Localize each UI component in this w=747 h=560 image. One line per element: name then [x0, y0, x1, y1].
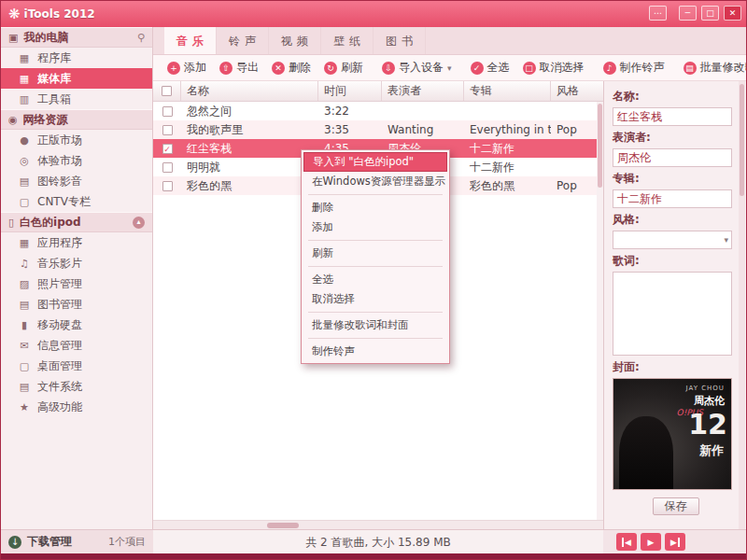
- sidebar-item-cntv-column[interactable]: ▢ CNTV专栏: [1, 191, 152, 212]
- menu-item-import-to-device[interactable]: 导入到 "白色的ipod": [303, 152, 447, 172]
- deselect-button[interactable]: □ 取消选择: [516, 58, 591, 78]
- button-label: 批量修改歌词和封面: [700, 60, 747, 76]
- sidebar-section-my-computer: ▣ 我的电脑 ⚲: [1, 27, 152, 48]
- table-row[interactable]: 我的歌声里 3:35 Wanting Everything in the... …: [153, 120, 603, 139]
- save-button[interactable]: 保存: [653, 497, 699, 515]
- column-genre[interactable]: 风格: [551, 81, 603, 101]
- album-cover: JAY CHOU 周杰伦 O!PUS 12 新作: [613, 378, 732, 490]
- download-count: 1个项目: [108, 535, 146, 549]
- row-checkbox[interactable]: [162, 125, 173, 135]
- import-to-device-button[interactable]: ⇩ 导入设备 ▾: [375, 58, 458, 78]
- scrollbar-thumb[interactable]: [267, 523, 299, 528]
- menu-item-select-all[interactable]: 全选: [303, 270, 447, 289]
- add-button[interactable]: + 添加: [161, 58, 213, 78]
- sidebar-item-music-video[interactable]: ♫ 音乐影片: [1, 253, 152, 273]
- minimize-button[interactable]: ─: [679, 6, 697, 21]
- sidebar-item-program-library[interactable]: ▦ 程序库: [1, 48, 152, 68]
- tab-books[interactable]: 图书: [374, 27, 426, 54]
- tab-ringtones[interactable]: 铃声: [217, 27, 269, 54]
- eject-icon[interactable]: ▴: [133, 217, 145, 229]
- row-checkbox[interactable]: [162, 162, 173, 173]
- sidebar-item-advanced-features[interactable]: ★ 高级功能: [1, 397, 152, 417]
- song-album: 十二新作: [464, 158, 551, 176]
- menu-item-show-in-explorer[interactable]: 在Windows资源管理器显示: [303, 172, 447, 191]
- sidebar-item-file-system[interactable]: ▤ 文件系统: [1, 376, 152, 397]
- table-vertical-scrollbar[interactable]: [597, 102, 603, 520]
- make-ringtone-button[interactable]: ♪ 制作铃声: [597, 58, 671, 78]
- scrollbar-thumb[interactable]: [598, 104, 602, 188]
- menu-item-deselect[interactable]: 取消选择: [303, 289, 447, 309]
- next-icon: ▶: [670, 538, 680, 547]
- close-button[interactable]: ✕: [724, 6, 741, 21]
- menu-item-batch-edit-lyrics-cover[interactable]: 批量修改歌词和封面: [303, 315, 447, 335]
- select-all-checkbox[interactable]: [162, 86, 172, 96]
- previous-track-button[interactable]: ◀: [616, 533, 637, 551]
- tab-music[interactable]: 音乐: [164, 27, 217, 54]
- sidebar-item-genuine-market[interactable]: ● 正版市场: [1, 130, 152, 150]
- lyrics-textarea[interactable]: [613, 272, 732, 356]
- table-row[interactable]: 忽然之间 3:22: [153, 102, 603, 120]
- section-title: 我的电脑: [23, 30, 68, 46]
- sidebar-item-desktop-management[interactable]: ▢ 桌面管理: [1, 356, 152, 376]
- sidebar-item-applications[interactable]: ▦ 应用程序: [1, 232, 152, 253]
- scrollbar-thumb[interactable]: [740, 84, 744, 196]
- sidebar-item-info-management[interactable]: ✉ 信息管理: [1, 335, 152, 356]
- status-bar: 共 2 首歌曲, 大小 15.89 MB: [153, 529, 603, 553]
- genre-dropdown[interactable]: ▾: [613, 231, 732, 249]
- row-checkbox[interactable]: [162, 181, 173, 191]
- sidebar-item-label: 媒体库: [37, 71, 71, 87]
- song-genre: Pop: [551, 176, 603, 195]
- next-track-button[interactable]: ▶: [665, 533, 685, 551]
- button-label: 删除: [289, 60, 311, 76]
- button-label: 刷新: [341, 60, 363, 76]
- row-checkbox[interactable]: [162, 106, 173, 117]
- delete-button[interactable]: ✕ 删除: [265, 58, 317, 78]
- pin-icon[interactable]: ⚲: [137, 32, 145, 44]
- maximize-button[interactable]: □: [701, 6, 719, 21]
- column-artist[interactable]: 表演者: [382, 81, 464, 101]
- artist-field[interactable]: 周杰伦: [613, 148, 732, 167]
- feedback-icon[interactable]: ⋯: [649, 6, 667, 21]
- menu-item-delete[interactable]: 删除: [303, 198, 447, 217]
- column-time[interactable]: 时间: [318, 81, 382, 101]
- song-album: 彩色的黑: [464, 176, 551, 195]
- network-icon: ◉: [8, 114, 18, 126]
- export-button[interactable]: ⇧ 导出: [213, 58, 265, 78]
- tab-wallpaper[interactable]: 壁纸: [321, 27, 374, 54]
- sidebar-item-media-ringtones[interactable]: ▤ 图铃影音: [1, 171, 152, 191]
- desktop-icon: ▢: [18, 360, 31, 372]
- song-name: 红尘客栈: [181, 139, 318, 158]
- menu-item-add[interactable]: 添加: [303, 217, 447, 237]
- sidebar-item-media-library[interactable]: ▦ 媒体库: [1, 68, 152, 89]
- sidebar-item-experience-market[interactable]: ◎ 体验市场: [1, 150, 152, 171]
- chevron-down-icon[interactable]: ▾: [447, 63, 452, 73]
- grid-icon: ▦: [18, 73, 31, 85]
- table-horizontal-scrollbar[interactable]: [153, 520, 603, 529]
- player-controls: ◀ ▶ ▶: [603, 529, 747, 553]
- tab-video[interactable]: 视频: [269, 27, 321, 54]
- sidebar-item-toolbox[interactable]: ▥ 工具箱: [1, 89, 152, 109]
- details-vertical-scrollbar[interactable]: [739, 81, 745, 529]
- menu-item-make-ringtone[interactable]: 制作铃声: [303, 342, 447, 361]
- sidebar-item-book-management[interactable]: ▤ 图书管理: [1, 294, 152, 315]
- cover-artist-text: 周杰伦: [694, 394, 725, 408]
- play-icon: ▶: [648, 538, 655, 547]
- menu-item-refresh[interactable]: 刷新: [303, 244, 447, 263]
- previous-icon: ◀: [622, 538, 631, 547]
- uncheck-icon: □: [523, 62, 536, 75]
- sidebar-item-mobile-disk[interactable]: ▮ 移动硬盘: [1, 315, 152, 335]
- download-manager-bar[interactable]: ↓ 下载管理 1个项目: [1, 529, 153, 553]
- sidebar-item-photo-management[interactable]: ▨ 照片管理: [1, 273, 152, 294]
- song-name: 明明就: [181, 158, 318, 176]
- select-all-button[interactable]: ✓ 全选: [464, 58, 516, 78]
- row-checkbox-checked[interactable]: ✓: [162, 144, 173, 154]
- album-field[interactable]: 十二新作: [613, 189, 732, 208]
- name-field[interactable]: 红尘客栈: [613, 107, 732, 126]
- play-button[interactable]: ▶: [641, 533, 661, 551]
- refresh-button[interactable]: ↻ 刷新: [317, 58, 370, 78]
- column-name[interactable]: 名称: [181, 81, 318, 101]
- batch-edit-lyrics-cover-button[interactable]: ▤ 批量修改歌词和封面: [677, 58, 747, 78]
- computer-icon: ▣: [8, 32, 18, 44]
- column-album[interactable]: 专辑: [464, 81, 551, 101]
- lyrics-label: 歌词:: [613, 253, 739, 269]
